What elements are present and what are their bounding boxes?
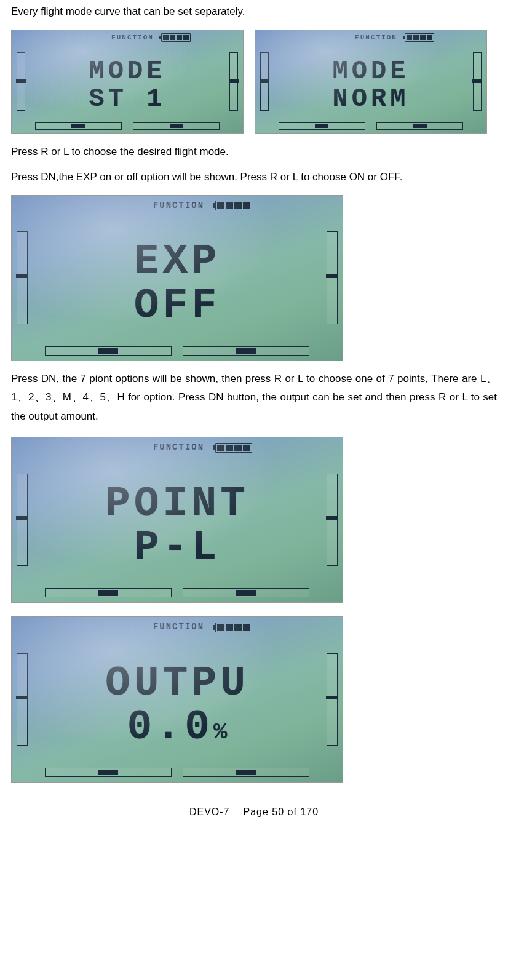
bottom-trim-left bbox=[45, 768, 172, 777]
lcd-line1: OUTPU bbox=[105, 661, 249, 705]
battery-icon bbox=[161, 33, 191, 42]
page-footer: DEVO-7Page 50 of 170 bbox=[11, 805, 497, 819]
paragraph-2: Press R or L to choose the desired fligh… bbox=[11, 144, 497, 160]
lcd-screenshot-point-pl: FUNCTION POINT P-L bbox=[11, 437, 343, 603]
lcd-line2: NORM bbox=[333, 86, 410, 113]
footer-page: Page 50 of 170 bbox=[244, 807, 319, 817]
lcd-line2: 0.0% bbox=[127, 705, 228, 749]
bottom-trim-right bbox=[183, 588, 309, 597]
left-trim-bar bbox=[17, 52, 25, 110]
left-trim-bar bbox=[260, 52, 269, 110]
lcd-line1: MODE bbox=[89, 58, 166, 85]
right-trim-bar bbox=[327, 231, 338, 324]
lcd-screenshot-outpu: FUNCTION OUTPU 0.0% bbox=[11, 616, 343, 783]
paragraph-4: Press DN, the 7 piont options will be sh… bbox=[11, 370, 497, 426]
battery-icon bbox=[215, 201, 252, 210]
bottom-trim-left bbox=[279, 122, 365, 130]
bottom-trim-left bbox=[35, 122, 122, 130]
paragraph-1: Every flight mode curve that can be set … bbox=[11, 4, 497, 20]
function-label: FUNCTION bbox=[153, 441, 204, 454]
footer-model: DEVO-7 bbox=[189, 807, 230, 817]
lcd-screenshot-exp-off: FUNCTION EXP OFF bbox=[11, 195, 343, 361]
lcd-line2: OFF bbox=[134, 284, 220, 327]
lcd-screenshot-mode-norm: FUNCTION MODE NORM bbox=[255, 30, 487, 134]
right-trim-bar bbox=[229, 52, 238, 110]
lcd-line2: ST 1 bbox=[89, 86, 166, 113]
bottom-trim-right bbox=[183, 346, 309, 356]
bottom-trim-left bbox=[45, 588, 172, 597]
battery-icon bbox=[215, 623, 252, 632]
right-trim-bar bbox=[327, 474, 338, 566]
bottom-trim-right bbox=[183, 768, 309, 777]
lcd-screenshot-mode-st1: FUNCTION MODE ST 1 bbox=[11, 30, 244, 134]
bottom-trim-right bbox=[376, 122, 463, 130]
lcd-line2: P-L bbox=[134, 525, 220, 569]
left-trim-bar bbox=[17, 653, 28, 746]
lcd-line1: MODE bbox=[333, 58, 410, 85]
function-label: FUNCTION bbox=[153, 199, 204, 212]
paragraph-3: Press DN,the EXP on or off option will b… bbox=[11, 169, 497, 185]
lcd-line1: POINT bbox=[105, 482, 249, 525]
left-trim-bar bbox=[17, 231, 28, 324]
bottom-trim-right bbox=[133, 122, 220, 130]
left-trim-bar bbox=[17, 474, 28, 566]
function-label: FUNCTION bbox=[355, 33, 397, 43]
function-label: FUNCTION bbox=[111, 33, 154, 43]
screenshot-row-1: FUNCTION MODE ST 1 FUNCTION bbox=[11, 30, 497, 134]
lcd-line1: EXP bbox=[134, 239, 220, 283]
right-trim-bar bbox=[327, 653, 338, 746]
function-label: FUNCTION bbox=[153, 621, 204, 634]
right-trim-bar bbox=[473, 52, 482, 110]
battery-icon bbox=[215, 443, 252, 453]
battery-icon bbox=[405, 33, 434, 42]
bottom-trim-left bbox=[45, 346, 172, 356]
